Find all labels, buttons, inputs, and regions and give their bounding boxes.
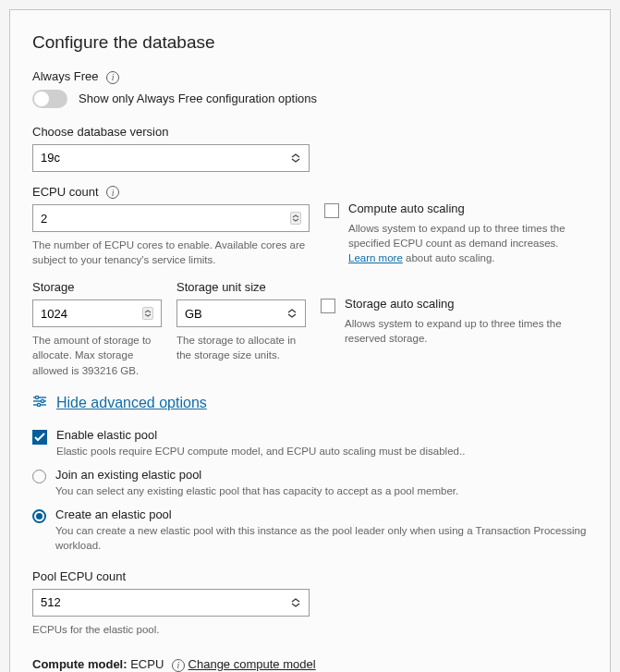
ecpu-count-input[interactable]: 2 bbox=[32, 204, 310, 232]
advanced-toggle-row[interactable]: Hide advanced options bbox=[32, 395, 588, 411]
toggle-knob bbox=[34, 92, 49, 106]
ecpu-helper: The number of ECPU cores to enable. Avai… bbox=[32, 238, 310, 267]
svg-point-1 bbox=[35, 396, 38, 398]
join-pool-helper: You can select any existing elastic pool… bbox=[55, 483, 458, 498]
hide-advanced-link[interactable]: Hide advanced options bbox=[56, 395, 207, 411]
create-pool-radio[interactable] bbox=[32, 509, 46, 523]
svg-point-5 bbox=[37, 403, 40, 406]
storage-input[interactable]: 1024 bbox=[32, 299, 162, 327]
svg-point-3 bbox=[41, 399, 43, 402]
storage-unit-select[interactable]: GB bbox=[176, 299, 306, 327]
storage-auto-scaling-label: Storage auto scaling bbox=[345, 297, 588, 311]
compute-auto-scaling-label: Compute auto scaling bbox=[348, 202, 588, 215]
always-free-label: Always Free i bbox=[32, 69, 588, 84]
compute-auto-scaling-helper: Allows system to expand up to three time… bbox=[348, 221, 588, 265]
info-icon[interactable]: i bbox=[172, 659, 185, 672]
storage-unit-label: Storage unit size bbox=[176, 280, 306, 294]
change-compute-model-link[interactable]: Change compute model bbox=[188, 657, 316, 671]
chevron-updown-icon bbox=[290, 598, 301, 607]
always-free-toggle[interactable] bbox=[32, 90, 67, 108]
configure-database-panel: Configure the database Always Free i Sho… bbox=[9, 9, 611, 672]
storage-label: Storage bbox=[32, 280, 162, 294]
storage-helper: The amount of storage to allocate. Max s… bbox=[32, 333, 162, 377]
always-free-toggle-row: Show only Always Free configuration opti… bbox=[32, 90, 588, 108]
compute-auto-scaling-checkbox[interactable] bbox=[324, 203, 339, 218]
create-pool-helper: You can create a new elastic pool with t… bbox=[55, 523, 588, 553]
db-version-select[interactable]: 19c bbox=[32, 144, 310, 172]
stepper-icon[interactable] bbox=[142, 307, 153, 320]
storage-auto-scaling-checkbox[interactable] bbox=[321, 299, 335, 313]
join-pool-radio[interactable] bbox=[32, 470, 46, 483]
enable-elastic-pool-helper: Elastic pools require ECPU compute model… bbox=[56, 444, 465, 458]
chevron-updown-icon bbox=[286, 309, 298, 318]
storage-auto-scaling-helper: Allows system to expand up to three time… bbox=[345, 316, 588, 346]
storage-unit-helper: The storage to allocate in the storage s… bbox=[176, 333, 306, 362]
ecpu-count-label: ECPU count i bbox=[32, 185, 310, 200]
info-icon[interactable]: i bbox=[106, 186, 119, 199]
learn-more-link[interactable]: Learn more bbox=[348, 252, 403, 263]
pool-ecpu-label: Pool ECPU count bbox=[32, 569, 588, 583]
info-icon[interactable]: i bbox=[106, 71, 119, 84]
compute-model-row: Compute model: ECPU i Change compute mod… bbox=[32, 657, 588, 672]
pool-ecpu-helper: ECPUs for the elastic pool. bbox=[32, 622, 588, 637]
enable-elastic-pool-label: Enable elastic pool bbox=[56, 428, 465, 442]
create-pool-label: Create an elastic pool bbox=[55, 507, 588, 521]
always-free-toggle-label: Show only Always Free configuration opti… bbox=[79, 92, 317, 105]
join-pool-label: Join an existing elastic pool bbox=[55, 468, 458, 482]
sliders-icon bbox=[32, 395, 47, 411]
enable-elastic-pool-checkbox[interactable] bbox=[32, 430, 47, 445]
pool-ecpu-select[interactable]: 512 bbox=[32, 589, 310, 617]
page-title: Configure the database bbox=[32, 32, 588, 53]
chevron-updown-icon bbox=[290, 153, 301, 163]
stepper-icon[interactable] bbox=[290, 212, 301, 225]
db-version-label: Choose database version bbox=[32, 125, 588, 139]
